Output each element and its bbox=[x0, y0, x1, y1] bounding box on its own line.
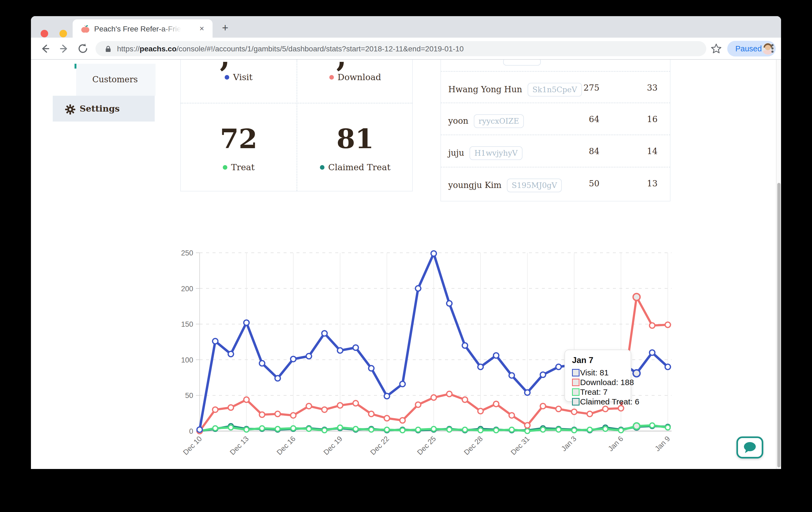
data-point[interactable] bbox=[400, 381, 405, 387]
data-point[interactable] bbox=[244, 397, 249, 402]
data-point[interactable] bbox=[431, 251, 436, 256]
data-point[interactable] bbox=[462, 343, 468, 348]
data-point[interactable] bbox=[587, 411, 592, 417]
data-point[interactable] bbox=[431, 395, 436, 400]
data-point[interactable] bbox=[306, 403, 312, 409]
data-point[interactable] bbox=[275, 411, 280, 417]
data-point[interactable] bbox=[197, 427, 202, 432]
macos-close-button[interactable] bbox=[40, 30, 48, 37]
data-point[interactable] bbox=[650, 423, 655, 428]
data-point[interactable] bbox=[400, 418, 405, 423]
data-point[interactable] bbox=[400, 428, 405, 433]
data-point[interactable] bbox=[338, 403, 343, 408]
bookmark-star-icon[interactable] bbox=[710, 42, 722, 55]
data-point[interactable] bbox=[244, 427, 249, 432]
forward-icon[interactable] bbox=[57, 41, 71, 56]
data-point[interactable] bbox=[478, 428, 483, 433]
data-point[interactable] bbox=[462, 397, 468, 402]
data-point[interactable] bbox=[665, 322, 670, 328]
data-point[interactable] bbox=[338, 425, 343, 430]
data-point[interactable] bbox=[213, 426, 218, 430]
scrollbar-track[interactable] bbox=[776, 60, 781, 469]
data-point[interactable] bbox=[338, 348, 343, 353]
macos-minimize-button[interactable] bbox=[59, 30, 67, 37]
data-point[interactable] bbox=[384, 427, 389, 432]
table-row[interactable]: jujuH1wvjyhyV8414 bbox=[441, 134, 670, 166]
data-point[interactable] bbox=[369, 366, 374, 371]
chrome-menu-icon[interactable] bbox=[767, 43, 778, 54]
data-point[interactable] bbox=[649, 350, 655, 355]
table-row[interactable]: Hwang Yong HunSk1n5CpeV27533 bbox=[441, 71, 670, 103]
data-point[interactable] bbox=[556, 364, 561, 369]
data-point[interactable] bbox=[322, 331, 327, 336]
sidebar-item-customers[interactable]: Customers bbox=[76, 64, 155, 96]
data-point[interactable] bbox=[478, 364, 483, 369]
data-point[interactable] bbox=[212, 407, 218, 412]
reload-icon[interactable] bbox=[76, 41, 90, 56]
data-point[interactable] bbox=[212, 338, 218, 344]
data-point[interactable] bbox=[369, 427, 374, 432]
data-point[interactable] bbox=[509, 373, 515, 378]
data-point[interactable] bbox=[228, 405, 234, 410]
data-point[interactable] bbox=[275, 426, 280, 431]
data-point[interactable] bbox=[447, 427, 452, 432]
data-point[interactable] bbox=[618, 428, 624, 433]
data-point[interactable] bbox=[478, 409, 483, 414]
data-point[interactable] bbox=[291, 413, 296, 418]
new-tab-button[interactable]: + bbox=[219, 22, 231, 34]
data-point[interactable] bbox=[322, 428, 327, 433]
data-point[interactable] bbox=[353, 401, 358, 406]
tab-close-icon[interactable]: × bbox=[197, 24, 207, 33]
data-point[interactable] bbox=[384, 393, 389, 399]
data-point[interactable] bbox=[665, 364, 670, 369]
data-point[interactable] bbox=[633, 423, 640, 429]
data-point[interactable] bbox=[633, 293, 640, 300]
data-point[interactable] bbox=[322, 407, 327, 412]
data-point[interactable] bbox=[572, 428, 577, 433]
data-point[interactable] bbox=[541, 427, 545, 432]
data-point[interactable] bbox=[525, 390, 530, 395]
data-point[interactable] bbox=[494, 428, 498, 433]
data-point[interactable] bbox=[244, 320, 249, 325]
data-point[interactable] bbox=[556, 427, 561, 432]
chat-widget-button[interactable] bbox=[736, 436, 763, 458]
lock-icon[interactable] bbox=[104, 45, 112, 53]
back-icon[interactable] bbox=[38, 41, 53, 56]
data-point[interactable] bbox=[384, 416, 389, 421]
data-point[interactable] bbox=[228, 352, 234, 357]
table-row[interactable]: yoonryycxOIZE6416 bbox=[441, 102, 670, 134]
data-point[interactable] bbox=[416, 427, 420, 432]
data-point[interactable] bbox=[556, 406, 561, 412]
data-point[interactable] bbox=[572, 409, 577, 414]
data-point[interactable] bbox=[509, 427, 514, 432]
data-point[interactable] bbox=[306, 354, 312, 359]
data-point[interactable] bbox=[649, 323, 655, 328]
data-point[interactable] bbox=[415, 402, 421, 408]
data-point[interactable] bbox=[493, 401, 499, 406]
data-point[interactable] bbox=[275, 376, 280, 381]
sidebar-item-settings[interactable]: Settings bbox=[53, 96, 155, 122]
data-point[interactable] bbox=[353, 345, 358, 351]
data-point[interactable] bbox=[603, 426, 608, 431]
browser-tab[interactable]: Peach's Free Refer-a-Friend Sc × bbox=[72, 19, 212, 38]
data-point[interactable] bbox=[291, 426, 296, 430]
data-point[interactable] bbox=[228, 425, 233, 430]
table-row[interactable]: youngju KimS195MJ0gV5013 bbox=[441, 167, 670, 199]
data-point[interactable] bbox=[415, 286, 421, 291]
data-point[interactable] bbox=[493, 353, 499, 358]
data-point[interactable] bbox=[509, 413, 515, 418]
data-point[interactable] bbox=[259, 361, 265, 366]
data-point[interactable] bbox=[446, 301, 452, 306]
data-point[interactable] bbox=[603, 406, 608, 412]
data-point[interactable] bbox=[540, 403, 546, 409]
data-point[interactable] bbox=[259, 412, 265, 417]
scrollbar-thumb[interactable] bbox=[777, 183, 781, 468]
data-point[interactable] bbox=[587, 427, 592, 432]
data-point[interactable] bbox=[633, 370, 640, 377]
data-point[interactable] bbox=[463, 427, 467, 432]
data-point[interactable] bbox=[307, 426, 311, 431]
data-point[interactable] bbox=[260, 426, 264, 430]
data-point[interactable] bbox=[525, 423, 530, 428]
data-point[interactable] bbox=[665, 425, 670, 430]
data-point[interactable] bbox=[431, 426, 436, 431]
